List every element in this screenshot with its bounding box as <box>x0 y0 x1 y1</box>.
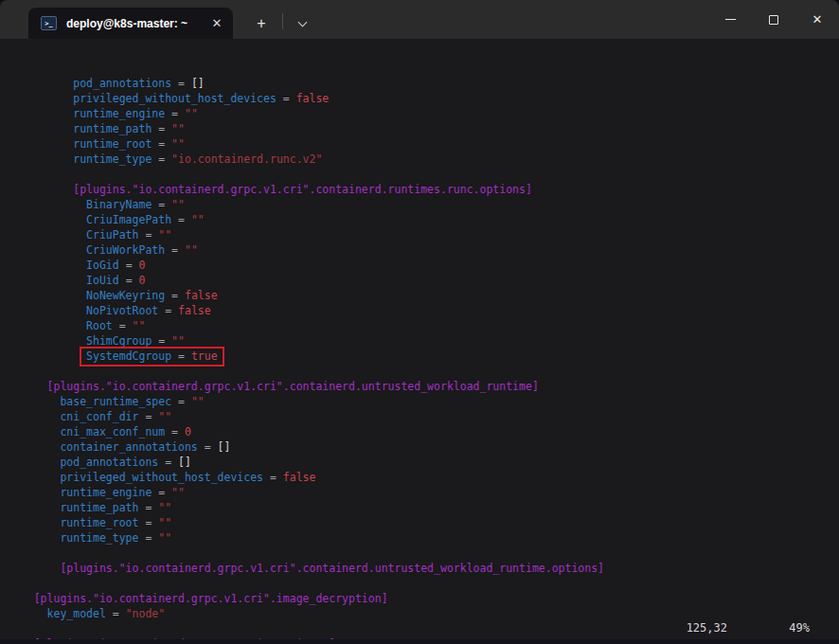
tab-title: deploy@k8s-master: ~ <box>66 17 205 30</box>
code-line <box>8 167 839 182</box>
code-line: runtime_engine = "" <box>8 106 839 121</box>
code-line: IoUid = 0 <box>8 273 839 288</box>
code-line: NoPivotRoot = false <box>8 303 839 318</box>
code-line: cni_max_conf_num = 0 <box>8 424 839 439</box>
code-line: [plugins."io.containerd.grpc.v1.cri".con… <box>8 379 839 394</box>
code-line: CriuWorkPath = "" <box>8 242 839 258</box>
tab-deploy-k8s-master[interactable]: >_ deploy@k8s-master: ~ ✕ <box>28 8 233 39</box>
code-line: runtime_engine = "" <box>8 485 839 500</box>
code-line: pod_annotations = [] <box>8 76 839 91</box>
code-line: [plugins."io.containerd.grpc.v1.cri".ima… <box>8 591 839 606</box>
code-line: NoNewKeyring = false <box>8 288 839 303</box>
highlight-box: SystemdCgroup = true <box>80 347 224 367</box>
terminal-window: >_ deploy@k8s-master: ~ ✕ + ✕ pod_annota… <box>0 0 839 644</box>
code-line: container_annotations = [] <box>8 439 839 455</box>
code-line: privileged_without_host_devices = false <box>8 91 839 106</box>
code-line: CriuPath = "" <box>8 227 839 242</box>
code-line: base_runtime_spec = "" <box>8 394 839 409</box>
window-controls: ✕ <box>708 0 839 39</box>
code-line: runtime_root = "" <box>8 515 839 530</box>
window-bottom-edge <box>0 639 839 644</box>
code-line: [plugins."io.containerd.grpc.v1.cri".con… <box>8 182 839 197</box>
code-line: key_model = "node" <box>8 606 839 621</box>
code-line: runtime_type = "io.containerd.runc.v2" <box>8 152 839 167</box>
maximize-icon <box>769 15 778 25</box>
titlebar-divider <box>282 13 283 29</box>
code-line: BinaryName = "" <box>8 197 839 212</box>
close-icon: ✕ <box>812 13 823 26</box>
code-line: runtime_root = "" <box>8 136 839 152</box>
terminal-screen[interactable]: pod_annotations = [] privileged_without_… <box>0 39 839 644</box>
code-line: [plugins."io.containerd.grpc.v1.cri".con… <box>8 561 839 576</box>
code-line: privileged_without_host_devices = false <box>8 470 839 485</box>
chevron-down-icon <box>297 17 307 27</box>
minimize-button[interactable] <box>708 0 752 39</box>
tab-dropdown-button[interactable] <box>288 10 316 37</box>
code-line: IoGid = 0 <box>8 258 839 273</box>
maximize-button[interactable] <box>752 0 795 39</box>
code-line: SystemdCgroup = true <box>8 349 839 364</box>
vim-ruler-scroll-percent: 49% <box>789 620 810 635</box>
code-line: cni_conf_dir = "" <box>8 409 839 424</box>
code-line: pod_annotations = [] <box>8 455 839 470</box>
code-line: runtime_type = "" <box>8 530 839 546</box>
minimize-icon <box>725 19 736 21</box>
titlebar: >_ deploy@k8s-master: ~ ✕ + ✕ <box>0 0 839 39</box>
code-line: runtime_path = "" <box>8 121 839 136</box>
code-line: CriuImagePath = "" <box>8 212 839 227</box>
code-line <box>8 576 839 591</box>
terminal-prompt-icon: >_ <box>41 16 57 30</box>
new-tab-button[interactable]: + <box>245 10 277 37</box>
close-button[interactable]: ✕ <box>795 0 839 39</box>
code-line <box>8 546 839 561</box>
tab-close-icon[interactable]: ✕ <box>205 12 229 35</box>
code-lines: pod_annotations = [] privileged_without_… <box>8 76 839 644</box>
code-line: Root = "" <box>8 318 839 333</box>
code-line: runtime_path = "" <box>8 500 839 515</box>
vim-ruler-cursor-position: 125,32 <box>687 620 727 635</box>
